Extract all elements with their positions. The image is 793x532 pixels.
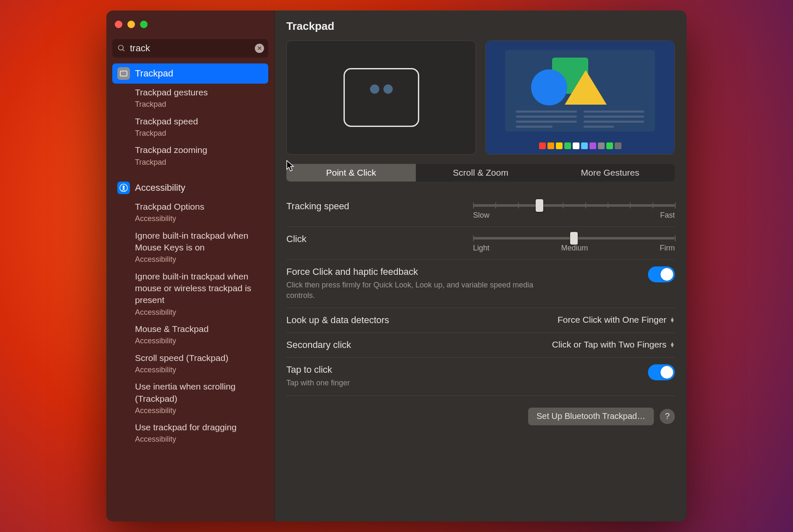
sidebar-subitem-label: Trackpad Options <box>135 201 263 213</box>
sidebar-subitem-category: Accessibility <box>135 307 263 317</box>
sidebar-subitem-label: Ignore built-in trackpad when Mouse Keys… <box>135 230 263 254</box>
cursor-icon <box>286 160 295 172</box>
sidebar-subitem-label: Trackpad speed <box>135 116 263 127</box>
footer: Set Up Bluetooth Trackpad… ? <box>286 408 675 425</box>
setting-label: Force Click and haptic feedback <box>286 266 555 277</box>
sidebar-subitem-label: Use trackpad for dragging <box>135 421 263 433</box>
setup-bluetooth-trackpad-button[interactable]: Set Up Bluetooth Trackpad… <box>528 408 654 425</box>
setting-lookup: Look up & data detectors Force Click wit… <box>286 308 675 333</box>
sidebar-subitem[interactable]: Use trackpad for draggingAccessibility <box>112 419 268 448</box>
svg-point-4 <box>123 185 125 187</box>
click-slider[interactable]: Light Medium Firm <box>473 234 675 253</box>
dock-app-icon <box>539 142 546 149</box>
setting-desc: Click then press firmly for Quick Look, … <box>286 280 555 301</box>
dock-app-icon <box>573 142 579 149</box>
slider-min-label: Light <box>473 244 489 253</box>
setting-label: Tracking speed <box>286 201 349 212</box>
system-settings-window: ✕ TrackpadTrackpad gesturesTrackpadTrack… <box>106 11 687 521</box>
slider-thumb[interactable] <box>536 199 543 212</box>
dock-app-icon <box>581 142 588 149</box>
sidebar-subitem-category: Trackpad <box>135 99 263 109</box>
finger-dot-icon <box>370 84 379 94</box>
sidebar-item-label: Accessibility <box>135 182 185 193</box>
chevron-updown-icon: ▲▼ <box>670 342 675 347</box>
setting-label: Look up & data detectors <box>286 315 389 326</box>
dock-app-icon <box>564 142 571 149</box>
setting-force-click: Force Click and haptic feedback Click th… <box>286 260 675 308</box>
dock-app-icon <box>589 142 596 149</box>
svg-line-1 <box>123 50 124 51</box>
search-input[interactable] <box>112 39 268 58</box>
sidebar-subitem[interactable]: Mouse & TrackpadAccessibility <box>112 320 268 349</box>
sidebar-subitem-label: Mouse & Trackpad <box>135 323 263 335</box>
sidebar-subitem[interactable]: Trackpad gesturesTrackpad <box>112 84 268 113</box>
tap-to-click-toggle[interactable] <box>648 364 675 380</box>
slider-min-label: Slow <box>473 211 489 220</box>
sidebar-subitem-label: Ignore built-in trackpad when mouse or w… <box>135 271 263 306</box>
sidebar-subitem[interactable]: Trackpad speedTrackpad <box>112 113 268 142</box>
close-window-button[interactable] <box>115 21 122 28</box>
search-wrap: ✕ <box>112 39 268 58</box>
content-pane: Trackpad <box>275 11 687 521</box>
dock-app-icon <box>547 142 554 149</box>
sidebar-subitem[interactable]: Trackpad zoomingTrackpad <box>112 141 268 170</box>
svg-rect-2 <box>120 71 127 76</box>
minimize-window-button[interactable] <box>127 21 135 28</box>
sidebar-subitem-category: Accessibility <box>135 213 263 224</box>
setting-label: Click <box>286 234 307 245</box>
sidebar-subitem-category: Accessibility <box>135 254 263 264</box>
chevron-updown-icon: ▲▼ <box>670 317 675 322</box>
sidebar-subitem-label: Scroll speed (Trackpad) <box>135 352 263 364</box>
setting-tracking-speed: Tracking speed Slow Fast <box>286 194 675 227</box>
setting-secondary-click: Secondary click Click or Tap with Two Fi… <box>286 333 675 358</box>
slider-max-label: Firm <box>660 244 675 253</box>
tracking-speed-slider[interactable]: Slow Fast <box>473 201 675 220</box>
sidebar-item-label: Trackpad <box>135 68 173 79</box>
sidebar-item-accessibility[interactable]: Accessibility <box>112 178 268 198</box>
force-click-toggle[interactable] <box>648 266 675 282</box>
sidebar-subitem-label: Trackpad gestures <box>135 87 263 98</box>
dock-app-icon <box>606 142 613 149</box>
lookup-select[interactable]: Force Click with One Finger ▲▼ <box>558 315 675 325</box>
slider-max-label: Fast <box>660 211 675 220</box>
tab-more-gestures[interactable]: More Gestures <box>545 164 675 182</box>
window-controls <box>112 19 268 39</box>
sidebar-subitem-category: Trackpad <box>135 157 263 167</box>
setting-label: Secondary click <box>286 340 351 350</box>
slider-thumb[interactable] <box>570 232 578 245</box>
search-icon <box>117 44 126 53</box>
sidebar-subitem-category: Accessibility <box>135 406 263 416</box>
select-value: Click or Tap with Two Fingers <box>552 340 666 350</box>
screen-preview <box>486 41 674 154</box>
sidebar-subitem-category: Accessibility <box>135 336 263 346</box>
zoom-window-button[interactable] <box>140 21 148 28</box>
preview-row <box>286 40 675 155</box>
sidebar-subitem[interactable]: Ignore built-in trackpad when mouse or w… <box>112 268 268 320</box>
sidebar-item-trackpad[interactable]: Trackpad <box>112 63 268 84</box>
sidebar-subitem[interactable]: Ignore built-in trackpad when Mouse Keys… <box>112 227 268 268</box>
accessibility-icon <box>117 182 130 194</box>
setting-click: Click Light Medium Firm <box>286 227 675 260</box>
page-title: Trackpad <box>286 20 675 33</box>
dock-app-icon <box>556 142 563 149</box>
sidebar-subitem-category: Trackpad <box>135 128 263 138</box>
finger-dot-icon <box>383 84 393 94</box>
tab-point-click[interactable]: Point & Click <box>286 164 416 182</box>
secondary-click-select[interactable]: Click or Tap with Two Fingers ▲▼ <box>552 340 675 350</box>
help-button[interactable]: ? <box>660 409 675 424</box>
select-value: Force Click with One Finger <box>558 315 666 325</box>
sidebar-subitem[interactable]: Scroll speed (Trackpad)Accessibility <box>112 349 268 378</box>
slider-mid-label: Medium <box>561 244 588 253</box>
setting-label: Tap to click <box>286 364 350 375</box>
gesture-preview-trackpad <box>286 40 476 155</box>
trackpad-icon <box>117 67 130 80</box>
sidebar-subitem[interactable]: Use inertia when scrolling (Trackpad)Acc… <box>112 378 268 419</box>
sidebar: ✕ TrackpadTrackpad gesturesTrackpadTrack… <box>106 11 275 521</box>
sidebar-subitem[interactable]: Trackpad OptionsAccessibility <box>112 198 268 227</box>
tab-scroll-zoom[interactable]: Scroll & Zoom <box>416 164 545 182</box>
gesture-preview-screen <box>485 40 675 155</box>
clear-search-button[interactable]: ✕ <box>255 44 264 53</box>
sidebar-subitem-category: Accessibility <box>135 434 263 444</box>
sidebar-subitem-category: Accessibility <box>135 365 263 375</box>
sidebar-subitem-label: Trackpad zooming <box>135 144 263 156</box>
